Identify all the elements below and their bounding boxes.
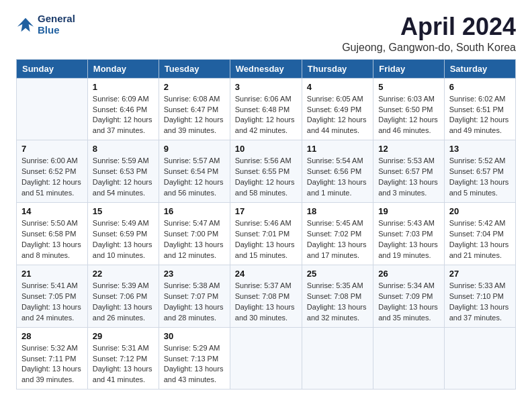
day-info: Sunrise: 5:35 AM Sunset: 7:08 PM Dayligh…: [307, 281, 368, 324]
day-number: 21: [21, 269, 83, 279]
svg-marker-0: [17, 17, 34, 32]
day-number: 13: [449, 144, 511, 154]
day-number: 29: [93, 331, 154, 341]
calendar-cell: 21Sunrise: 5:41 AM Sunset: 7:05 PM Dayli…: [17, 265, 88, 327]
day-info: Sunrise: 5:32 AM Sunset: 7:11 PM Dayligh…: [21, 343, 83, 386]
day-number: 5: [378, 82, 439, 92]
day-info: Sunrise: 5:46 AM Sunset: 7:01 PM Dayligh…: [235, 218, 297, 261]
day-info: Sunrise: 5:29 AM Sunset: 7:13 PM Dayligh…: [164, 343, 225, 386]
day-info: Sunrise: 6:02 AM Sunset: 6:51 PM Dayligh…: [449, 94, 511, 137]
calendar-cell: [373, 327, 445, 390]
day-number: 3: [235, 82, 297, 92]
calendar-cell: 28Sunrise: 5:32 AM Sunset: 7:11 PM Dayli…: [17, 327, 88, 390]
day-info: Sunrise: 5:52 AM Sunset: 6:57 PM Dayligh…: [449, 156, 511, 199]
calendar-cell: 10Sunrise: 5:56 AM Sunset: 6:55 PM Dayli…: [230, 140, 302, 203]
week-row-5: 28Sunrise: 5:32 AM Sunset: 7:11 PM Dayli…: [17, 327, 516, 390]
logo-text: General Blue: [38, 13, 75, 36]
day-info: Sunrise: 5:33 AM Sunset: 7:10 PM Dayligh…: [449, 281, 511, 324]
calendar-cell: 29Sunrise: 5:31 AM Sunset: 7:12 PM Dayli…: [87, 327, 159, 390]
weekday-header-sunday: Sunday: [17, 59, 88, 78]
weekday-header-friday: Friday: [373, 59, 445, 78]
logo-icon: [16, 15, 35, 34]
location: Gujeong, Gangwon-do, South Korea: [342, 42, 516, 54]
day-info: Sunrise: 5:50 AM Sunset: 6:58 PM Dayligh…: [21, 218, 83, 261]
week-row-2: 7Sunrise: 6:00 AM Sunset: 6:52 PM Daylig…: [17, 140, 516, 203]
calendar-cell: 2Sunrise: 6:08 AM Sunset: 6:47 PM Daylig…: [159, 78, 230, 140]
day-info: Sunrise: 5:42 AM Sunset: 7:04 PM Dayligh…: [449, 218, 511, 261]
day-info: Sunrise: 5:37 AM Sunset: 7:08 PM Dayligh…: [235, 281, 297, 324]
day-number: 1: [93, 82, 154, 92]
calendar-cell: [444, 327, 515, 390]
weekday-header-wednesday: Wednesday: [230, 59, 302, 78]
calendar-cell: 27Sunrise: 5:33 AM Sunset: 7:10 PM Dayli…: [444, 265, 515, 327]
day-info: Sunrise: 5:31 AM Sunset: 7:12 PM Dayligh…: [93, 343, 154, 386]
day-number: 24: [235, 269, 297, 279]
day-number: 4: [307, 82, 368, 92]
calendar-cell: 11Sunrise: 5:54 AM Sunset: 6:56 PM Dayli…: [302, 140, 373, 203]
day-number: 27: [449, 269, 511, 279]
day-info: Sunrise: 5:39 AM Sunset: 7:06 PM Dayligh…: [93, 281, 154, 324]
day-info: Sunrise: 5:59 AM Sunset: 6:53 PM Dayligh…: [93, 156, 154, 199]
day-number: 15: [93, 206, 154, 216]
calendar-table: SundayMondayTuesdayWednesdayThursdayFrid…: [16, 59, 516, 390]
calendar-cell: 22Sunrise: 5:39 AM Sunset: 7:06 PM Dayli…: [87, 265, 159, 327]
weekday-header-row: SundayMondayTuesdayWednesdayThursdayFrid…: [17, 59, 516, 78]
calendar-cell: 9Sunrise: 5:57 AM Sunset: 6:54 PM Daylig…: [159, 140, 230, 203]
calendar-cell: 3Sunrise: 6:06 AM Sunset: 6:48 PM Daylig…: [230, 78, 302, 140]
week-row-3: 14Sunrise: 5:50 AM Sunset: 6:58 PM Dayli…: [17, 203, 516, 265]
day-number: 16: [164, 206, 225, 216]
calendar-cell: 18Sunrise: 5:45 AM Sunset: 7:02 PM Dayli…: [302, 203, 373, 265]
day-number: 7: [21, 144, 83, 154]
day-number: 23: [164, 269, 225, 279]
calendar-cell: 12Sunrise: 5:53 AM Sunset: 6:57 PM Dayli…: [373, 140, 445, 203]
day-info: Sunrise: 6:03 AM Sunset: 6:50 PM Dayligh…: [378, 94, 439, 137]
day-number: 2: [164, 82, 225, 92]
calendar-cell: 17Sunrise: 5:46 AM Sunset: 7:01 PM Dayli…: [230, 203, 302, 265]
day-info: Sunrise: 6:05 AM Sunset: 6:49 PM Dayligh…: [307, 94, 368, 137]
day-info: Sunrise: 6:09 AM Sunset: 6:46 PM Dayligh…: [93, 94, 154, 137]
calendar-cell: [17, 78, 88, 140]
day-info: Sunrise: 5:53 AM Sunset: 6:57 PM Dayligh…: [378, 156, 439, 199]
day-number: 20: [449, 206, 511, 216]
day-number: 8: [93, 144, 154, 154]
calendar-cell: [230, 327, 302, 390]
day-number: 28: [21, 331, 83, 341]
day-info: Sunrise: 6:08 AM Sunset: 6:47 PM Dayligh…: [164, 94, 225, 137]
weekday-header-monday: Monday: [87, 59, 159, 78]
calendar-cell: 8Sunrise: 5:59 AM Sunset: 6:53 PM Daylig…: [87, 140, 159, 203]
calendar-cell: 24Sunrise: 5:37 AM Sunset: 7:08 PM Dayli…: [230, 265, 302, 327]
day-number: 9: [164, 144, 225, 154]
day-info: Sunrise: 5:41 AM Sunset: 7:05 PM Dayligh…: [21, 281, 83, 324]
calendar-cell: 20Sunrise: 5:42 AM Sunset: 7:04 PM Dayli…: [444, 203, 515, 265]
calendar-cell: 4Sunrise: 6:05 AM Sunset: 6:49 PM Daylig…: [302, 78, 373, 140]
day-info: Sunrise: 5:38 AM Sunset: 7:07 PM Dayligh…: [164, 281, 225, 324]
page-header: General Blue April 2024 Gujeong, Gangwon…: [16, 13, 516, 54]
calendar-cell: 19Sunrise: 5:43 AM Sunset: 7:03 PM Dayli…: [373, 203, 445, 265]
week-row-1: 1Sunrise: 6:09 AM Sunset: 6:46 PM Daylig…: [17, 78, 516, 140]
day-number: 26: [378, 269, 439, 279]
day-number: 19: [378, 206, 439, 216]
calendar-cell: 6Sunrise: 6:02 AM Sunset: 6:51 PM Daylig…: [444, 78, 515, 140]
day-number: 11: [307, 144, 368, 154]
logo: General Blue: [16, 13, 75, 36]
day-info: Sunrise: 5:47 AM Sunset: 7:00 PM Dayligh…: [164, 218, 225, 261]
title-block: April 2024 Gujeong, Gangwon-do, South Ko…: [342, 13, 516, 54]
day-number: 6: [449, 82, 511, 92]
calendar-cell: 23Sunrise: 5:38 AM Sunset: 7:07 PM Dayli…: [159, 265, 230, 327]
weekday-header-saturday: Saturday: [444, 59, 515, 78]
day-number: 18: [307, 206, 368, 216]
day-info: Sunrise: 5:45 AM Sunset: 7:02 PM Dayligh…: [307, 218, 368, 261]
weekday-header-thursday: Thursday: [302, 59, 373, 78]
calendar-cell: 14Sunrise: 5:50 AM Sunset: 6:58 PM Dayli…: [17, 203, 88, 265]
day-number: 14: [21, 206, 83, 216]
calendar-cell: 16Sunrise: 5:47 AM Sunset: 7:00 PM Dayli…: [159, 203, 230, 265]
calendar-cell: [302, 327, 373, 390]
day-info: Sunrise: 5:34 AM Sunset: 7:09 PM Dayligh…: [378, 281, 439, 324]
calendar-cell: 5Sunrise: 6:03 AM Sunset: 6:50 PM Daylig…: [373, 78, 445, 140]
day-number: 12: [378, 144, 439, 154]
day-number: 22: [93, 269, 154, 279]
day-info: Sunrise: 5:56 AM Sunset: 6:55 PM Dayligh…: [235, 156, 297, 199]
weekday-header-tuesday: Tuesday: [159, 59, 230, 78]
calendar-cell: 30Sunrise: 5:29 AM Sunset: 7:13 PM Dayli…: [159, 327, 230, 390]
day-info: Sunrise: 5:57 AM Sunset: 6:54 PM Dayligh…: [164, 156, 225, 199]
